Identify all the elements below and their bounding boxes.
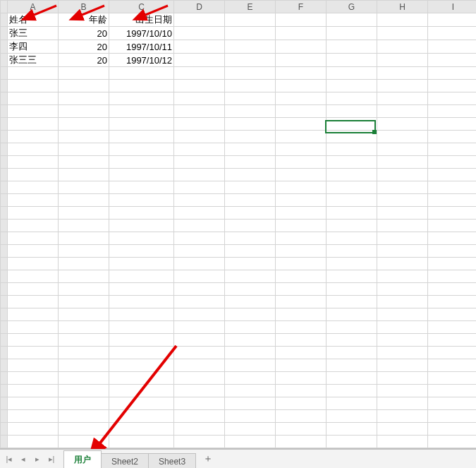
- cell[interactable]: [428, 156, 477, 169]
- cell[interactable]: [327, 372, 377, 385]
- cell[interactable]: [377, 54, 428, 67]
- cell[interactable]: [327, 423, 377, 436]
- row-header[interactable]: [1, 156, 8, 169]
- cell[interactable]: [225, 232, 276, 245]
- cell[interactable]: [59, 436, 109, 448]
- cell[interactable]: [428, 181, 477, 194]
- cell[interactable]: [377, 118, 428, 131]
- row-header[interactable]: [1, 245, 8, 258]
- cell[interactable]: [377, 410, 428, 423]
- cell[interactable]: [8, 372, 59, 385]
- cell[interactable]: [8, 156, 59, 169]
- cell[interactable]: [109, 118, 174, 131]
- row-header[interactable]: [1, 181, 8, 194]
- cell[interactable]: [327, 397, 377, 410]
- cell[interactable]: [174, 347, 225, 359]
- cell[interactable]: [276, 232, 327, 245]
- cell[interactable]: [377, 80, 428, 92]
- cell[interactable]: 出生日期: [109, 13, 174, 27]
- cell[interactable]: [327, 92, 377, 105]
- cell[interactable]: [276, 181, 327, 194]
- cell[interactable]: [8, 296, 59, 308]
- cell[interactable]: [327, 54, 377, 67]
- col-header-H[interactable]: H: [377, 1, 428, 13]
- cell[interactable]: [377, 207, 428, 220]
- cell[interactable]: [174, 194, 225, 207]
- cell[interactable]: [428, 410, 477, 423]
- row-header[interactable]: [1, 283, 8, 296]
- cell[interactable]: [174, 397, 225, 410]
- cell[interactable]: [428, 347, 477, 359]
- cell[interactable]: [428, 296, 477, 308]
- cell[interactable]: [59, 181, 109, 194]
- cell[interactable]: 姓名: [8, 13, 59, 27]
- row-header[interactable]: [1, 27, 8, 40]
- cell[interactable]: [327, 220, 377, 232]
- cell[interactable]: [428, 258, 477, 270]
- col-header-C[interactable]: C: [109, 1, 174, 13]
- cell[interactable]: [174, 80, 225, 92]
- cell[interactable]: [109, 105, 174, 118]
- cell[interactable]: [276, 92, 327, 105]
- col-header-B[interactable]: B: [59, 1, 109, 13]
- cell[interactable]: 张三: [8, 27, 59, 40]
- row-header[interactable]: [1, 385, 8, 397]
- cell[interactable]: [59, 194, 109, 207]
- cell[interactable]: [8, 436, 59, 448]
- cell[interactable]: [225, 156, 276, 169]
- cell[interactable]: [377, 270, 428, 283]
- cell[interactable]: [109, 143, 174, 156]
- cell[interactable]: [276, 423, 327, 436]
- cell[interactable]: [276, 347, 327, 359]
- cell[interactable]: [174, 169, 225, 181]
- cell[interactable]: [327, 283, 377, 296]
- cell[interactable]: [428, 359, 477, 372]
- cell[interactable]: [276, 131, 327, 143]
- cell[interactable]: [174, 245, 225, 258]
- cell[interactable]: [8, 334, 59, 347]
- cell[interactable]: [109, 169, 174, 181]
- cell[interactable]: [109, 308, 174, 321]
- cell[interactable]: [276, 118, 327, 131]
- cell[interactable]: [377, 13, 428, 27]
- cell[interactable]: [225, 347, 276, 359]
- cell[interactable]: [59, 397, 109, 410]
- cell[interactable]: [59, 245, 109, 258]
- cell[interactable]: [327, 80, 377, 92]
- cell[interactable]: [109, 436, 174, 448]
- cell[interactable]: [327, 207, 377, 220]
- cell[interactable]: [8, 321, 59, 334]
- cell[interactable]: [59, 169, 109, 181]
- cell[interactable]: [276, 245, 327, 258]
- row-header[interactable]: [1, 54, 8, 67]
- cell[interactable]: [276, 105, 327, 118]
- cell[interactable]: [225, 40, 276, 54]
- row-header[interactable]: [1, 334, 8, 347]
- cell[interactable]: [225, 118, 276, 131]
- cell[interactable]: [225, 169, 276, 181]
- cell[interactable]: [428, 270, 477, 283]
- cell[interactable]: [377, 258, 428, 270]
- cell[interactable]: [428, 67, 477, 80]
- cell[interactable]: [8, 207, 59, 220]
- row-header[interactable]: [1, 423, 8, 436]
- cell[interactable]: [8, 67, 59, 80]
- cell[interactable]: [225, 423, 276, 436]
- cell[interactable]: [109, 156, 174, 169]
- cell[interactable]: [428, 220, 477, 232]
- cell[interactable]: [174, 423, 225, 436]
- cell[interactable]: [428, 308, 477, 321]
- select-all-corner[interactable]: [1, 1, 8, 13]
- worksheet-area[interactable]: A B C D E F G H I 姓名年龄出生日期张三201997/10/10…: [0, 0, 476, 449]
- row-header[interactable]: [1, 105, 8, 118]
- row-header[interactable]: [1, 397, 8, 410]
- cell[interactable]: [109, 410, 174, 423]
- cell[interactable]: [377, 232, 428, 245]
- cell[interactable]: [109, 296, 174, 308]
- cell[interactable]: [377, 372, 428, 385]
- cell[interactable]: [377, 156, 428, 169]
- cell[interactable]: [59, 359, 109, 372]
- cell[interactable]: 20: [59, 27, 109, 40]
- cell[interactable]: [377, 169, 428, 181]
- cell[interactable]: [174, 410, 225, 423]
